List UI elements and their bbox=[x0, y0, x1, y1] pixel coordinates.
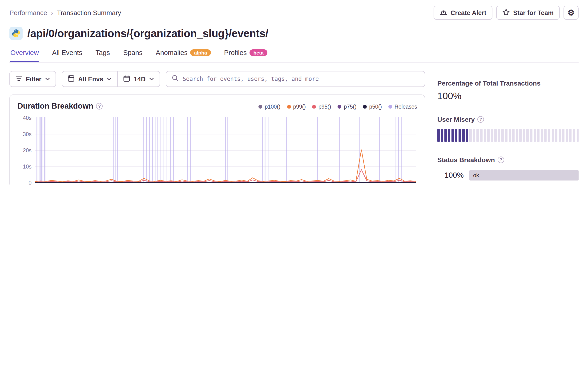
tab-profiles[interactable]: Profiles beta bbox=[224, 49, 267, 62]
legend-p99[interactable]: p99() bbox=[287, 104, 306, 110]
tab-overview[interactable]: Overview bbox=[10, 49, 39, 62]
duration-breakdown-title-wrap: Duration Breakdown? bbox=[17, 101, 103, 110]
beta-badge: beta bbox=[250, 49, 267, 56]
env-date-group: All Envs 14D bbox=[62, 71, 160, 87]
total-transactions-heading: Percentage of Total Transactions bbox=[437, 80, 578, 87]
filter-label: Filter bbox=[26, 75, 42, 82]
legend-releases-label: Releases bbox=[395, 104, 417, 110]
summary-sidebar: Percentage of Total Transactions 100% Us… bbox=[437, 71, 578, 184]
svg-text:30s: 30s bbox=[23, 131, 32, 137]
search-input[interactable] bbox=[183, 76, 419, 82]
date-range-dropdown-button[interactable]: 14D bbox=[117, 71, 160, 87]
search-icon bbox=[172, 75, 178, 83]
svg-text:0: 0 bbox=[29, 180, 32, 184]
legend-p99-label: p99() bbox=[293, 104, 306, 110]
create-alert-button[interactable]: Create Alert bbox=[434, 6, 493, 20]
breadcrumb: Performance › Transaction Summary bbox=[10, 9, 121, 16]
alpha-badge: alpha bbox=[190, 49, 211, 56]
tab-spans[interactable]: Spans bbox=[123, 49, 142, 62]
environment-label: All Envs bbox=[78, 75, 103, 82]
svg-text:20s: 20s bbox=[23, 147, 32, 153]
legend-p95[interactable]: p95() bbox=[312, 104, 331, 110]
chevron-down-icon bbox=[149, 78, 154, 80]
title-row: /api/0/organizations/{organization_slug}… bbox=[10, 25, 578, 41]
status-row-ok: 100% ok bbox=[437, 167, 578, 183]
status-ok-bar: ok bbox=[469, 170, 578, 180]
breadcrumb-current: Transaction Summary bbox=[57, 9, 121, 16]
filter-lines-icon bbox=[16, 75, 22, 82]
search-box[interactable] bbox=[166, 71, 425, 87]
legend-p100[interactable]: p100() bbox=[259, 104, 281, 110]
tab-all-events[interactable]: All Events bbox=[52, 49, 82, 62]
topbar: Performance › Transaction Summary Create… bbox=[10, 5, 578, 21]
tab-profiles-label: Profiles bbox=[224, 49, 247, 56]
star-for-team-label: Star for Team bbox=[513, 9, 554, 16]
tab-bar: Overview All Events Tags Spans Anomalies… bbox=[10, 49, 578, 62]
legend-dot-icon bbox=[363, 105, 367, 109]
svg-text:40s: 40s bbox=[23, 115, 32, 121]
transaction-summary-page: Performance › Transaction Summary Create… bbox=[0, 0, 588, 184]
breadcrumb-performance[interactable]: Performance bbox=[10, 9, 47, 16]
main-column: Filter All Envs 14D bbox=[10, 71, 425, 184]
legend-p50[interactable]: p50() bbox=[363, 104, 382, 110]
help-icon[interactable]: ? bbox=[478, 116, 484, 123]
legend-dot-icon bbox=[287, 105, 291, 109]
tab-anomalies-label: Anomalies bbox=[156, 49, 187, 56]
calendar-icon bbox=[124, 75, 130, 83]
legend-dot-icon bbox=[388, 105, 392, 109]
help-icon[interactable]: ? bbox=[498, 157, 504, 163]
tab-spans-label: Spans bbox=[123, 49, 142, 56]
status-row: 0% invalid_argument bbox=[437, 183, 578, 184]
legend-p95-label: p95() bbox=[318, 104, 331, 110]
legend-p75-label: p75() bbox=[344, 104, 357, 110]
tab-all-events-label: All Events bbox=[52, 49, 82, 56]
breadcrumb-chevron-icon: › bbox=[51, 9, 53, 16]
siren-icon bbox=[440, 9, 447, 17]
legend-dot-icon bbox=[338, 105, 342, 109]
gear-icon: ⚙ bbox=[567, 8, 575, 18]
python-platform-icon bbox=[10, 27, 23, 40]
legend-dot-icon bbox=[312, 105, 316, 109]
legend-p50-label: p50() bbox=[369, 104, 382, 110]
star-for-team-button[interactable]: Star for Team bbox=[496, 6, 560, 20]
legend-p100-label: p100() bbox=[265, 104, 281, 110]
settings-button[interactable]: ⚙ bbox=[564, 6, 578, 20]
duration-breakdown-title: Duration Breakdown bbox=[17, 101, 94, 110]
svg-text:10s: 10s bbox=[23, 164, 32, 170]
total-transactions-value: 100% bbox=[437, 91, 578, 101]
date-range-label: 14D bbox=[134, 75, 146, 82]
duration-breakdown-card: Duration Breakdown? p100() p99() p95() p… bbox=[10, 94, 425, 184]
user-misery-heading: User Misery? bbox=[437, 116, 578, 123]
duration-breakdown-chart: 40s30s20s10s0Apr 15 4:00 AMApr 17 4:00 A… bbox=[16, 113, 419, 184]
tab-overview-label: Overview bbox=[10, 49, 39, 56]
help-icon[interactable]: ? bbox=[96, 103, 103, 110]
header-actions: Create Alert Star for Team ⚙ bbox=[434, 6, 578, 20]
tab-anomalies[interactable]: Anomalies alpha bbox=[156, 49, 211, 62]
filter-toolbar: Filter All Envs 14D bbox=[10, 71, 425, 87]
environment-dropdown-button[interactable]: All Envs bbox=[62, 71, 118, 87]
chart-legend: p100() p99() p95() p75() p50() Releases bbox=[259, 101, 417, 110]
filter-dropdown-button[interactable]: Filter bbox=[10, 71, 56, 87]
page-title: /api/0/organizations/{organization_slug}… bbox=[27, 27, 268, 40]
chevron-down-icon bbox=[107, 78, 112, 80]
legend-releases[interactable]: Releases bbox=[388, 104, 417, 110]
chevron-down-icon bbox=[45, 78, 50, 80]
legend-p75[interactable]: p75() bbox=[338, 104, 357, 110]
tab-tags-label: Tags bbox=[95, 49, 110, 56]
create-alert-label: Create Alert bbox=[451, 9, 486, 16]
status-breakdown-heading: Status Breakdown? bbox=[437, 156, 578, 164]
star-icon bbox=[502, 9, 510, 17]
tab-tags[interactable]: Tags bbox=[95, 49, 110, 62]
status-percent: 100% bbox=[437, 171, 464, 179]
window-icon bbox=[68, 75, 74, 83]
user-misery-score-bar bbox=[437, 129, 578, 142]
legend-dot-icon bbox=[259, 105, 262, 109]
